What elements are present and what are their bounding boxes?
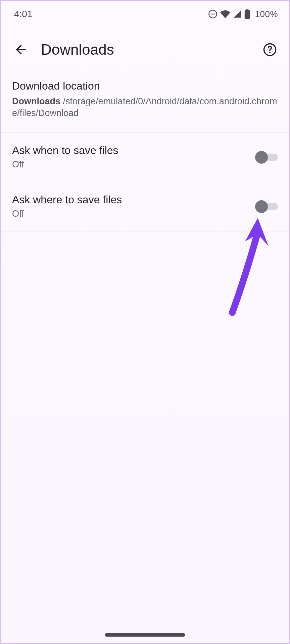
- ask-where-status: Off: [12, 209, 255, 219]
- download-location-label: Download location: [12, 80, 278, 92]
- ask-where-row[interactable]: Ask where to save files Off: [1, 182, 289, 231]
- battery-icon: [244, 9, 250, 19]
- back-button[interactable]: [9, 38, 32, 61]
- nav-handle[interactable]: [105, 633, 185, 637]
- ask-when-toggle[interactable]: [255, 150, 278, 164]
- help-button[interactable]: [260, 40, 279, 59]
- help-icon: [263, 43, 277, 57]
- wifi-icon: [220, 10, 230, 18]
- svg-point-5: [269, 52, 271, 53]
- download-location-row[interactable]: Download location Downloads /storage/emu…: [1, 76, 289, 132]
- download-location-folder: Downloads: [12, 96, 60, 106]
- svg-rect-2: [244, 10, 250, 19]
- svg-rect-3: [246, 9, 248, 11]
- status-bar: 4:01 100%: [1, 1, 289, 25]
- divider: [1, 623, 289, 623]
- download-location-path: Downloads /storage/emulated/0/Android/da…: [12, 96, 278, 119]
- divider: [1, 231, 289, 231]
- ask-when-status: Off: [12, 159, 255, 170]
- cell-signal-icon: [233, 10, 242, 18]
- app-bar: Downloads: [1, 25, 289, 76]
- dnd-icon: [208, 9, 218, 19]
- ask-where-title: Ask where to save files: [12, 194, 255, 206]
- arrow-back-icon: [13, 42, 28, 57]
- battery-text: 100%: [255, 9, 278, 19]
- status-icons: 100%: [208, 9, 278, 19]
- ask-where-toggle[interactable]: [255, 200, 278, 213]
- clock-text: 4:01: [14, 9, 33, 19]
- ask-when-row[interactable]: Ask when to save files Off: [1, 133, 289, 182]
- page-title: Downloads: [41, 41, 260, 58]
- ask-when-title: Ask when to save files: [12, 144, 255, 157]
